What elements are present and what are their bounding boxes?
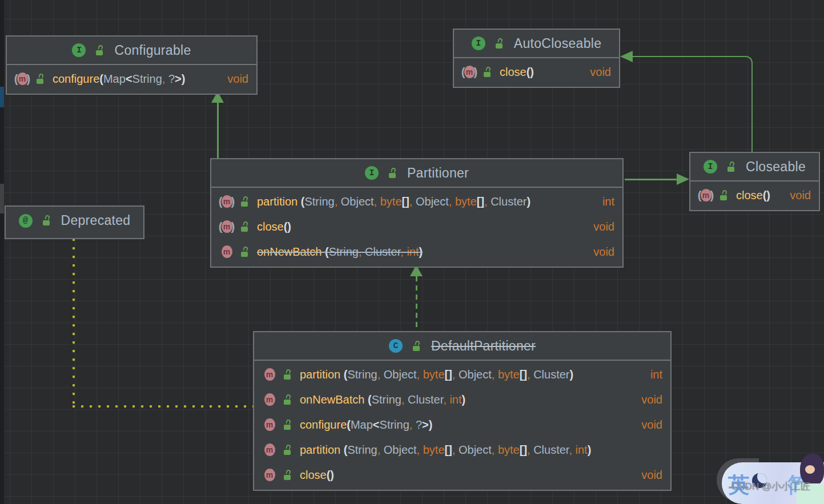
method-list: (m)close()void bbox=[690, 182, 819, 210]
edge-partitioner-configurable bbox=[217, 102, 219, 158]
method-icon: m bbox=[217, 245, 236, 258]
edge-partitioner-closeable bbox=[625, 179, 677, 180]
public-lock-icon bbox=[495, 39, 504, 49]
method-row[interactable]: (m)close()void bbox=[211, 214, 622, 239]
node-title: Deprecated bbox=[61, 213, 131, 228]
public-lock-icon bbox=[283, 395, 292, 405]
method-icon: m bbox=[260, 443, 279, 456]
extends-arrowhead-to-closeable bbox=[677, 174, 689, 185]
public-lock-icon bbox=[95, 46, 104, 55]
return-type: void bbox=[217, 72, 248, 86]
ide-left-scrollbar-thumb[interactable] bbox=[0, 184, 4, 213]
edge-defaultpartitioner-partitioner bbox=[416, 276, 417, 331]
abstract-method-icon: (m) bbox=[696, 189, 716, 201]
public-lock-icon bbox=[283, 445, 292, 455]
method-signature: partition (String, Object, byte[], Objec… bbox=[257, 195, 530, 208]
return-type: void bbox=[631, 393, 662, 406]
interface-icon: I bbox=[472, 37, 485, 50]
return-type: void bbox=[580, 66, 611, 79]
abstract-method-icon: (m) bbox=[460, 66, 479, 78]
abstract-method-icon: (m) bbox=[13, 72, 32, 85]
method-signature: close() bbox=[300, 469, 334, 482]
overlay-watermark: 英 简 CSDN @小小工匠 bbox=[717, 453, 824, 504]
method-signature: configure(Map<String, ?>) bbox=[300, 418, 432, 432]
method-list: mpartition (String, Object, byte[], Obje… bbox=[254, 361, 670, 490]
method-list: (m)close()void bbox=[454, 58, 619, 87]
interface-icon: I bbox=[704, 160, 717, 174]
method-icon: m bbox=[260, 418, 279, 431]
method-list bbox=[6, 235, 143, 238]
class-node-defaultpartitioner[interactable]: C DefaultPartitioner mpartition (String,… bbox=[253, 331, 672, 491]
method-row[interactable]: (m)close()void bbox=[454, 59, 619, 84]
public-lock-icon bbox=[483, 67, 492, 77]
public-lock-icon bbox=[388, 168, 397, 178]
edge-deprecated-vertical bbox=[73, 239, 75, 406]
class-node-configurable[interactable]: I Configurable (m)configure(Map<String, … bbox=[6, 35, 258, 95]
method-icon: m bbox=[260, 469, 279, 481]
return-type: void bbox=[631, 418, 662, 432]
method-row[interactable]: (m)partition (String, Object, byte[], Ob… bbox=[211, 189, 622, 214]
ide-left-strip bbox=[0, 0, 4, 504]
method-list: (m)partition (String, Object, byte[], Ob… bbox=[211, 188, 622, 267]
edge-closeable-autocloseable bbox=[627, 56, 753, 152]
return-type: int bbox=[640, 368, 662, 381]
abstract-method-icon: (m) bbox=[217, 195, 236, 208]
return-type: void bbox=[631, 469, 662, 482]
class-node-partitioner[interactable]: I Partitioner (m)partition (String, Obje… bbox=[210, 158, 624, 268]
method-signature: configure(Map<String, ?>) bbox=[53, 72, 185, 86]
method-list: (m)configure(Map<String, ?>)void bbox=[7, 65, 256, 94]
method-row[interactable]: monNewBatch (String, Cluster, int)void bbox=[211, 239, 622, 264]
method-icon: m bbox=[260, 393, 279, 406]
public-lock-icon bbox=[283, 420, 292, 430]
method-row[interactable]: mpartition (String, Object, byte[], Obje… bbox=[254, 437, 670, 462]
node-header[interactable]: I AutoCloseable bbox=[454, 30, 619, 58]
method-signature: close() bbox=[736, 189, 770, 202]
return-type: void bbox=[583, 220, 614, 233]
node-header[interactable]: I Partitioner bbox=[211, 159, 622, 188]
method-signature: close() bbox=[257, 220, 291, 233]
class-node-closeable[interactable]: I Closeable (m)close()void bbox=[689, 152, 820, 211]
node-header[interactable]: @ Deprecated bbox=[6, 207, 143, 235]
public-lock-icon bbox=[727, 162, 735, 172]
return-type: int bbox=[592, 195, 614, 208]
node-title: Closeable bbox=[746, 159, 806, 175]
method-signature: partition (String, Object, byte[], Objec… bbox=[300, 443, 591, 457]
public-lock-icon bbox=[240, 222, 249, 232]
mascot-image bbox=[797, 453, 824, 504]
method-row[interactable]: (m)configure(Map<String, ?>)void bbox=[7, 66, 256, 91]
node-title: AutoCloseable bbox=[514, 36, 602, 51]
return-type: void bbox=[583, 245, 614, 259]
method-signature: onNewBatch (String, Cluster, int) bbox=[300, 393, 465, 406]
public-lock-icon bbox=[412, 341, 421, 351]
node-title: Configurable bbox=[114, 43, 191, 58]
method-signature: close() bbox=[500, 66, 534, 79]
node-title: DefaultPartitioner bbox=[431, 338, 536, 354]
uml-diagram-canvas[interactable]: I Configurable (m)configure(Map<String, … bbox=[0, 0, 824, 504]
method-row[interactable]: mpartition (String, Object, byte[], Obje… bbox=[254, 362, 670, 387]
node-header[interactable]: I Closeable bbox=[690, 153, 819, 182]
public-lock-icon bbox=[283, 470, 292, 480]
public-lock-icon bbox=[42, 216, 51, 225]
node-header[interactable]: I Configurable bbox=[7, 37, 256, 65]
node-header[interactable]: C DefaultPartitioner bbox=[254, 332, 670, 361]
class-node-deprecated[interactable]: @ Deprecated bbox=[5, 205, 144, 239]
annotation-icon: @ bbox=[19, 214, 33, 228]
class-node-autocloseable[interactable]: I AutoCloseable (m)close()void bbox=[453, 29, 620, 88]
method-signature: onNewBatch (String, Cluster, int) bbox=[257, 245, 423, 259]
method-signature: partition (String, Object, byte[], Objec… bbox=[300, 368, 573, 381]
public-lock-icon bbox=[240, 247, 249, 257]
public-lock-icon bbox=[283, 370, 292, 380]
mascot-face bbox=[805, 465, 815, 474]
return-type: void bbox=[779, 189, 811, 202]
abstract-method-icon: (m) bbox=[217, 220, 236, 233]
ide-left-strip-accent bbox=[0, 87, 4, 107]
extends-arrowhead-to-autocloseable bbox=[620, 51, 633, 62]
interface-icon: I bbox=[365, 166, 379, 180]
method-row[interactable]: mconfigure(Map<String, ?>)void bbox=[254, 412, 670, 437]
method-row[interactable]: (m)close()void bbox=[690, 183, 819, 208]
method-row[interactable]: mclose()void bbox=[254, 462, 670, 487]
public-lock-icon bbox=[240, 197, 249, 207]
interface-icon: I bbox=[72, 43, 86, 57]
edge-deprecated-horizontal bbox=[73, 405, 253, 408]
method-row[interactable]: monNewBatch (String, Cluster, int)void bbox=[254, 387, 670, 412]
